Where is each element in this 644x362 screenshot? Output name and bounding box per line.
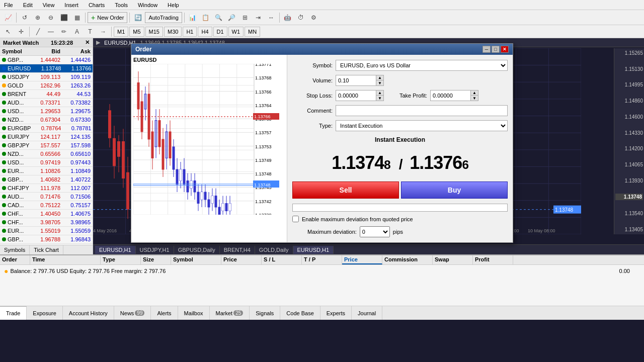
refresh-btn[interactable]: ↺ bbox=[19, 12, 31, 23]
tp-input[interactable] bbox=[430, 90, 470, 101]
terminal-col-order[interactable]: Order bbox=[0, 255, 30, 264]
market-watch-row[interactable]: CHF... 1.40450 1.40675 bbox=[0, 210, 93, 218]
tf-w1[interactable]: W1 bbox=[228, 27, 244, 37]
terminal-col-profit[interactable]: Profit bbox=[473, 255, 513, 264]
sl-input[interactable] bbox=[336, 90, 376, 101]
chart-tab-gbpusd-daily[interactable]: GBPUSD,Daily bbox=[174, 246, 220, 254]
chart-tab-eurusd-h1[interactable]: EURUSD,H1 bbox=[95, 246, 136, 254]
terminal-col-t--p[interactable]: T / P bbox=[302, 255, 342, 264]
chart-tab-eurusd-h1[interactable]: EURUSD,H1 bbox=[293, 246, 334, 254]
market-watch-row[interactable]: USD... 1.29653 1.29675 bbox=[0, 107, 93, 116]
volume-input[interactable] bbox=[336, 75, 376, 86]
volume-down[interactable]: ▼ bbox=[376, 80, 383, 85]
terminal-tab-news[interactable]: News99 bbox=[114, 306, 151, 320]
tf-mn[interactable]: MN bbox=[245, 27, 260, 37]
terminal-col-size[interactable]: Size bbox=[141, 255, 171, 264]
arrow-btn[interactable]: → bbox=[97, 26, 109, 37]
hline-btn[interactable]: — bbox=[45, 26, 57, 37]
market-watch-row[interactable]: CHF... 3.98705 3.98965 bbox=[0, 218, 93, 227]
market-watch-row[interactable]: USDJPY 109.113 109.119 bbox=[0, 73, 93, 81]
terminal-tab-exposure[interactable]: Exposure bbox=[27, 306, 62, 320]
terminal-col-price[interactable]: Price bbox=[221, 255, 262, 264]
order-minimize-btn[interactable]: ─ bbox=[482, 46, 491, 53]
type-select[interactable]: Instant Execution bbox=[336, 120, 508, 131]
terminal-col-price[interactable]: Price bbox=[342, 255, 382, 264]
terminal-col-swap[interactable]: Swap bbox=[433, 255, 473, 264]
tf-h4[interactable]: H4 bbox=[198, 27, 212, 37]
line-btn[interactable]: ╱ bbox=[32, 26, 44, 37]
market-watch-row[interactable]: NZD... 0.67304 0.67330 bbox=[0, 116, 93, 124]
terminal-tab-alerts[interactable]: Alerts bbox=[151, 306, 178, 320]
order-restore-btn[interactable]: □ bbox=[492, 46, 500, 53]
market-watch-row[interactable]: CAD... 0.75122 0.75157 bbox=[0, 201, 93, 210]
symbol-select[interactable]: EURUSD, Euro vs US Dollar bbox=[336, 60, 508, 71]
market-watch-row[interactable]: GBP... 1.44402 1.44426 bbox=[0, 56, 93, 64]
chart-tab-gold-daily[interactable]: GOLD,Daily bbox=[255, 246, 293, 254]
buy-button[interactable]: Buy bbox=[401, 182, 508, 199]
tp-up[interactable]: ▲ bbox=[471, 90, 478, 96]
sl-up[interactable]: ▲ bbox=[376, 90, 383, 96]
market-watch-row[interactable]: EURJPY 124.117 124.135 bbox=[0, 133, 93, 141]
market-watch-row[interactable]: GBP... 1.96788 1.96843 bbox=[0, 235, 93, 244]
menu-edit[interactable]: Edit bbox=[21, 2, 35, 8]
symbols-tab[interactable]: Symbols bbox=[0, 245, 30, 254]
terminal-tab-market[interactable]: Market25 bbox=[210, 306, 250, 320]
autoscroll-btn[interactable]: ⬛ bbox=[58, 12, 70, 23]
templates-btn[interactable]: 📋 bbox=[200, 12, 212, 23]
experts-btn[interactable]: 🤖 bbox=[282, 12, 294, 23]
terminal-col-time[interactable]: Time bbox=[30, 255, 101, 264]
clock-btn[interactable]: ⏱ bbox=[295, 12, 307, 23]
chart-auto-btn[interactable]: ↔ bbox=[265, 12, 277, 23]
pencil-btn[interactable]: ✏ bbox=[58, 26, 70, 37]
new-order-btn[interactable]: + New Order bbox=[88, 12, 127, 23]
terminal-col-type[interactable]: Type bbox=[101, 255, 141, 264]
terminal-col-commission[interactable]: Commission bbox=[382, 255, 433, 264]
menu-view[interactable]: View bbox=[41, 2, 57, 8]
menu-window[interactable]: Window bbox=[136, 2, 159, 8]
terminal-tab-signals[interactable]: Signals bbox=[250, 306, 280, 320]
menu-help[interactable]: Help bbox=[166, 2, 181, 8]
zoom-out-chart-btn[interactable]: ⊖ bbox=[45, 12, 57, 23]
market-watch-row[interactable]: CHFJPY 111.978 112.007 bbox=[0, 184, 93, 193]
terminal-tab-code-base[interactable]: Code Base bbox=[280, 306, 320, 320]
max-dev-checkbox[interactable] bbox=[292, 216, 299, 222]
indicators-btn[interactable]: 📊 bbox=[187, 12, 199, 23]
terminal-tab-account-history[interactable]: Account History bbox=[63, 306, 114, 320]
new-chart-btn[interactable]: 📈 bbox=[2, 12, 14, 23]
terminal-col-s--l[interactable]: S / L bbox=[262, 255, 302, 264]
market-watch-row[interactable]: USD... 0.97419 0.97443 bbox=[0, 158, 93, 167]
market-watch-row[interactable]: NZD... 0.65566 0.65610 bbox=[0, 150, 93, 158]
menu-insert[interactable]: Insert bbox=[62, 2, 80, 8]
tf-h1[interactable]: H1 bbox=[183, 27, 197, 37]
sell-button[interactable]: Sell bbox=[292, 182, 399, 199]
tp-down[interactable]: ▼ bbox=[471, 96, 478, 101]
text-btn[interactable]: A bbox=[71, 26, 83, 37]
zoom-in-chart-btn[interactable]: ⊕ bbox=[32, 12, 44, 23]
tf-m30[interactable]: M30 bbox=[164, 27, 182, 37]
max-dev-select[interactable]: 0 bbox=[360, 226, 390, 237]
market-watch-row[interactable]: AUD... 0.71476 0.71506 bbox=[0, 193, 93, 201]
market-watch-row[interactable]: GBP... 1.40682 1.40722 bbox=[0, 175, 93, 184]
volume-up[interactable]: ▲ bbox=[376, 75, 383, 80]
terminal-col-symbol[interactable]: Symbol bbox=[171, 255, 221, 264]
market-watch-row[interactable]: EUR... 1.55019 1.55059 bbox=[0, 227, 93, 235]
market-watch-row[interactable]: EURGBP 0.78764 0.78781 bbox=[0, 124, 93, 133]
terminal-tab-journal[interactable]: Journal bbox=[352, 306, 382, 320]
comment-input[interactable] bbox=[336, 105, 508, 116]
zoom-out-btn[interactable]: 🔎 bbox=[226, 12, 238, 23]
chart-tab-brent-h4[interactable]: BRENT,H4 bbox=[220, 246, 255, 254]
chart-shift-btn[interactable]: ⇥ bbox=[252, 12, 264, 23]
order-close-btn[interactable]: ✕ bbox=[501, 46, 509, 53]
terminal-tab-trade[interactable]: Trade bbox=[0, 306, 27, 320]
menu-tools[interactable]: Tools bbox=[113, 2, 130, 8]
crosshair-btn[interactable]: ✛ bbox=[15, 26, 27, 37]
zoom-in-btn[interactable]: 🔍 bbox=[213, 12, 225, 23]
menu-charts[interactable]: Charts bbox=[87, 2, 107, 8]
tf-m1[interactable]: M1 bbox=[114, 27, 128, 37]
market-watch-row[interactable]: EUR... 1.10826 1.10849 bbox=[0, 167, 93, 175]
auto-trading-btn[interactable]: AutoTrading bbox=[145, 12, 182, 23]
terminal-tab-experts[interactable]: Experts bbox=[320, 306, 352, 320]
sl-down[interactable]: ▼ bbox=[376, 96, 383, 101]
market-watch-row[interactable]: BRENT 44.49 44.53 bbox=[0, 90, 93, 99]
market-watch-row[interactable]: EURUSD 1.13748 1.13766 bbox=[0, 64, 93, 73]
